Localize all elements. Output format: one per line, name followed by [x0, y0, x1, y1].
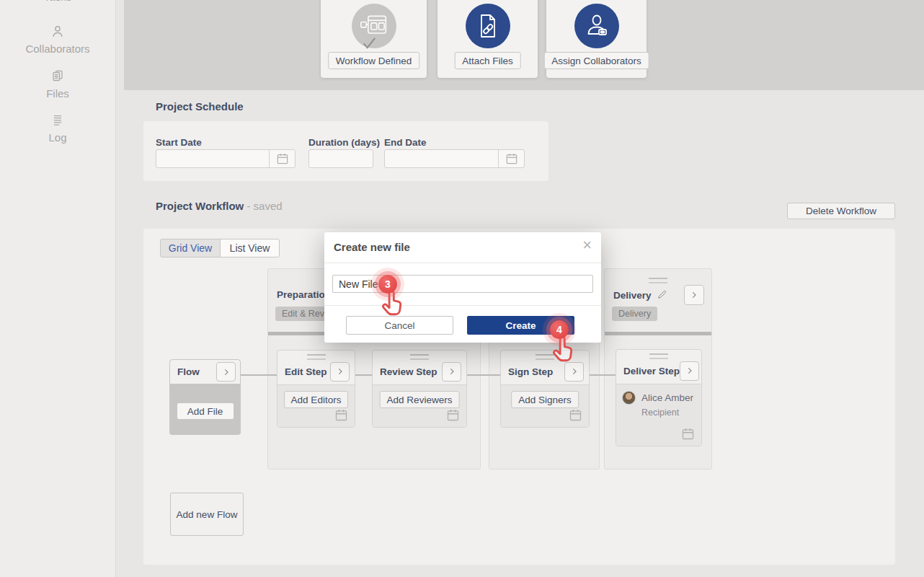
check-icon: [361, 35, 378, 51]
start-date-label: Start Date: [156, 137, 202, 148]
schedule-section-title: Project Schedule: [156, 100, 244, 113]
add-file-button[interactable]: Add File: [177, 403, 234, 419]
status-card-assign-collaborators: Assign Collaborators: [546, 0, 647, 78]
expand-column-button[interactable]: [684, 285, 704, 305]
expand-flow-button[interactable]: [216, 362, 236, 382]
step-card-review[interactable]: Review Step Add Reviewers: [372, 350, 467, 428]
modal-divider: [324, 263, 601, 263]
expand-step-button[interactable]: [442, 362, 461, 382]
collaborator-icon[interactable]: [574, 4, 619, 48]
step-card-edit[interactable]: Edit Step Add Editors: [277, 350, 355, 428]
delete-workflow-button[interactable]: Delete Workflow: [787, 203, 895, 219]
sidebar-item-label: Collaborators: [0, 43, 115, 56]
end-date-label: End Date: [384, 137, 427, 148]
column-tag: Delivery: [612, 307, 657, 321]
sidebar-item-label: Files: [0, 87, 115, 100]
flow-connector-line: [240, 374, 277, 376]
workflow-defined-button[interactable]: Workflow Defined: [328, 52, 420, 69]
calendar-icon[interactable]: [445, 408, 461, 423]
tab-grid-view[interactable]: Grid View: [160, 239, 221, 257]
workflow-column-delivery: Delivery Delivery Deliver Step Alice Amb…: [604, 268, 712, 470]
column-title: Preparation: [277, 289, 331, 300]
status-card-attach-files: Attach Files: [437, 0, 538, 78]
person-icon: [50, 24, 66, 40]
sidebar-item-label: Log: [0, 131, 115, 144]
drag-handle-icon[interactable]: [649, 353, 668, 359]
start-date-input[interactable]: [156, 149, 296, 168]
assignee-role: Recipient: [641, 408, 679, 418]
duration-input[interactable]: [308, 149, 373, 168]
sidebar-item-label: Tasks: [0, 0, 115, 4]
modal-divider: [324, 305, 601, 306]
file-name-input[interactable]: [332, 275, 593, 293]
calendar-icon[interactable]: [334, 408, 349, 423]
attach-files-button[interactable]: Attach Files: [454, 52, 521, 69]
flow-card-body: Add File: [169, 384, 241, 435]
click-hand-icon: [378, 288, 407, 320]
sidebar: Tasks Collaborators Files Log: [0, 0, 116, 577]
tab-list-view[interactable]: List View: [220, 239, 280, 257]
step-title: Deliver Step: [623, 366, 680, 376]
step-body: Alice Amber Recipient: [616, 384, 701, 446]
avatar: [622, 391, 636, 405]
click-hand-icon: [548, 334, 577, 366]
expand-step-button[interactable]: [330, 362, 350, 382]
add-editors-button[interactable]: Add Editors: [284, 391, 349, 408]
annotation-badge-3: 3: [378, 275, 397, 294]
drag-handle-icon[interactable]: [649, 278, 667, 283]
assignee-name: Alice Amber: [641, 392, 693, 403]
attach-file-icon[interactable]: [466, 4, 510, 48]
flow-card[interactable]: Flow Add File: [169, 359, 241, 435]
duration-label: Duration (days): [308, 137, 380, 148]
sidebar-item-files[interactable]: Files: [0, 69, 115, 100]
step-body: Add Reviewers: [373, 384, 466, 427]
pencil-icon[interactable]: [657, 289, 667, 300]
workflow-saved-status: - saved: [246, 200, 282, 212]
calendar-icon[interactable]: [680, 426, 696, 441]
flow-connector-line: [586, 374, 616, 376]
sidebar-item-collaborators[interactable]: Collaborators: [0, 24, 115, 56]
status-card-workflow-defined: Workflow Defined: [321, 0, 427, 78]
calendar-icon[interactable]: [269, 150, 295, 167]
add-new-flow-button[interactable]: Add new Flow: [170, 493, 244, 536]
workflow-section-title: Project Workflow - saved: [156, 200, 283, 212]
files-icon: [50, 69, 66, 84]
step-title: Sign Step: [508, 366, 553, 377]
expand-step-button[interactable]: [680, 361, 699, 381]
project-status-band: Workflow Defined Attach Files Assign Col…: [124, 0, 924, 90]
add-signers-button[interactable]: Add Signers: [511, 391, 579, 408]
step-body: Add Signers: [501, 384, 589, 427]
close-icon[interactable]: ×: [582, 237, 592, 253]
end-date-input[interactable]: [384, 149, 525, 168]
log-icon: [50, 113, 66, 128]
sidebar-item-log[interactable]: Log: [0, 113, 115, 144]
step-title: Edit Step: [285, 366, 327, 377]
calendar-icon[interactable]: [568, 408, 583, 423]
annotation-badge-4: 4: [550, 320, 569, 339]
modal-title: Create new file: [334, 241, 410, 253]
assign-collaborators-button[interactable]: Assign Collaborators: [543, 52, 649, 69]
column-title: Delivery: [613, 289, 667, 301]
step-card-deliver[interactable]: Deliver Step Alice Amber Recipient: [616, 349, 702, 446]
column-divider: [605, 332, 711, 335]
flow-connector-line: [465, 374, 501, 376]
workflow-title-text: Project Workflow: [156, 200, 244, 212]
drag-handle-icon[interactable]: [410, 354, 429, 360]
step-title: Review Step: [380, 366, 437, 377]
step-body: Add Editors: [277, 384, 355, 427]
calendar-icon[interactable]: [498, 150, 524, 167]
drag-handle-icon[interactable]: [307, 354, 326, 360]
add-reviewers-button[interactable]: Add Reviewers: [380, 391, 460, 408]
flow-card-title: Flow: [177, 366, 200, 377]
sidebar-item-tasks[interactable]: Tasks: [0, 0, 115, 4]
